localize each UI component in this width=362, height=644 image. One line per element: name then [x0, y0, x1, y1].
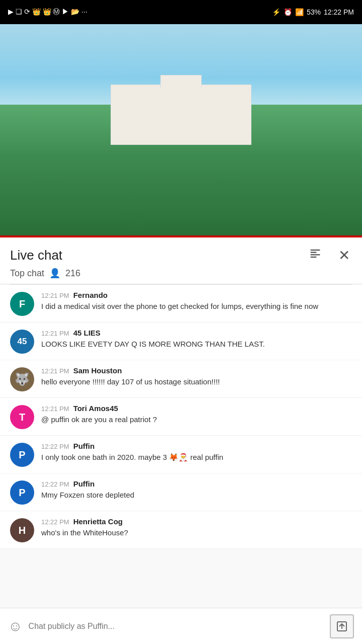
- table-row: H 12:22 PM Henrietta Cog who's in the Wh…: [0, 511, 362, 549]
- battery-text: 53%: [307, 8, 321, 16]
- viewer-count: 216: [65, 268, 80, 279]
- app-icons: ▶ ❏ ⟳ 👑 👑 Ⓜ ▶ 📂 ···: [8, 8, 87, 17]
- msg-author: Puffin: [73, 442, 95, 450]
- table-row: P 12:22 PM Puffin I only took one bath i…: [0, 436, 362, 473]
- msg-text: LOOKS LIKE EVETY DAY Q IS MORE WRONG THA…: [41, 339, 352, 350]
- avatar: 45: [10, 330, 34, 354]
- msg-author: 45 LIES: [73, 329, 101, 337]
- msg-author: Fernando: [73, 291, 108, 299]
- people-icon: 👤: [49, 268, 60, 279]
- chat-messages: F 12:21 PM Fernando I did a medical visi…: [0, 285, 362, 549]
- msg-author: Tori Amos45: [73, 404, 118, 413]
- msg-author: Sam Houston: [73, 366, 122, 375]
- avatar: P: [10, 443, 34, 467]
- table-row: F 12:21 PM Fernando I did a medical visi…: [0, 285, 362, 323]
- input-bar: ☺: [0, 608, 362, 644]
- msg-time: 12:21 PM: [41, 330, 69, 337]
- message-content: 12:22 PM Puffin Mmy Foxzen store deplete…: [41, 479, 352, 501]
- filter-button[interactable]: [306, 245, 324, 266]
- avatar: H: [10, 518, 34, 542]
- status-bar: ▶ ❏ ⟳ 👑 👑 Ⓜ ▶ 📂 ··· ⚡ ⏰ 📶 53% 12:22 PM: [0, 0, 362, 24]
- message-content: 12:21 PM Sam Houston hello everyone !!!!…: [41, 366, 352, 388]
- msg-author: Puffin: [73, 479, 95, 488]
- top-chat-label: Top chat: [10, 268, 44, 279]
- message-content: 12:21 PM 45 LIES LOOKS LIKE EVETY DAY Q …: [41, 329, 352, 350]
- status-right: ⚡ ⏰ 📶 53% 12:22 PM: [272, 8, 354, 16]
- send-button[interactable]: [330, 614, 354, 638]
- message-content: 12:21 PM Tori Amos45 @ puffin ok are you…: [41, 404, 352, 426]
- chat-header: Live chat ✕ Top chat 👤 216: [0, 237, 362, 284]
- message-content: 12:21 PM Fernando I did a medical visit …: [41, 291, 352, 312]
- avatar: F: [10, 292, 34, 316]
- header-icons: ✕: [306, 245, 352, 266]
- msg-time: 12:22 PM: [41, 443, 69, 450]
- table-row: P 12:22 PM Puffin Mmy Foxzen store deple…: [0, 473, 362, 511]
- avatar: P: [10, 480, 34, 505]
- msg-text: I did a medical visit over the phone to …: [41, 301, 352, 312]
- msg-text: I only took one bath in 2020. maybe 3 🦊🎅…: [41, 452, 352, 463]
- status-left: ▶ ❏ ⟳ 👑 👑 Ⓜ ▶ 📂 ···: [8, 8, 87, 17]
- table-row: T 12:21 PM Tori Amos45 @ puffin ok are y…: [0, 398, 362, 436]
- video-thumbnail[interactable]: [0, 24, 362, 235]
- msg-text: who's in the WhiteHouse?: [41, 527, 352, 539]
- chat-subtitle: Top chat 👤 216: [10, 268, 352, 279]
- wifi-icon: 📶: [295, 8, 304, 16]
- msg-time: 12:22 PM: [41, 480, 69, 488]
- msg-time: 12:22 PM: [41, 518, 69, 526]
- table-row: 45 12:21 PM 45 LIES LOOKS LIKE EVETY DAY…: [0, 323, 362, 360]
- chat-input[interactable]: [29, 622, 324, 631]
- time-display: 12:22 PM: [324, 8, 354, 16]
- msg-text: @ puffin ok are you a real patriot ?: [41, 414, 352, 426]
- message-content: 12:22 PM Puffin I only took one bath in …: [41, 442, 352, 463]
- live-chat-title: Live chat: [10, 248, 62, 263]
- table-row: 🐺 12:21 PM Sam Houston hello everyone !!…: [0, 360, 362, 398]
- bluetooth-icon: ⚡: [272, 8, 281, 16]
- emoji-button[interactable]: ☺: [8, 618, 23, 634]
- msg-text: Mmy Foxzen store depleted: [41, 490, 352, 501]
- avatar: T: [10, 405, 34, 429]
- msg-time: 12:21 PM: [41, 367, 69, 375]
- alarm-icon: ⏰: [284, 8, 292, 16]
- msg-time: 12:21 PM: [41, 292, 69, 299]
- msg-author: Henrietta Cog: [73, 517, 123, 526]
- msg-time: 12:21 PM: [41, 405, 69, 413]
- message-content: 12:22 PM Henrietta Cog who's in the Whit…: [41, 517, 352, 539]
- close-button[interactable]: ✕: [336, 245, 352, 266]
- avatar: 🐺: [10, 367, 34, 391]
- msg-text: hello everyone !!!!!! day 107 of us host…: [41, 376, 352, 388]
